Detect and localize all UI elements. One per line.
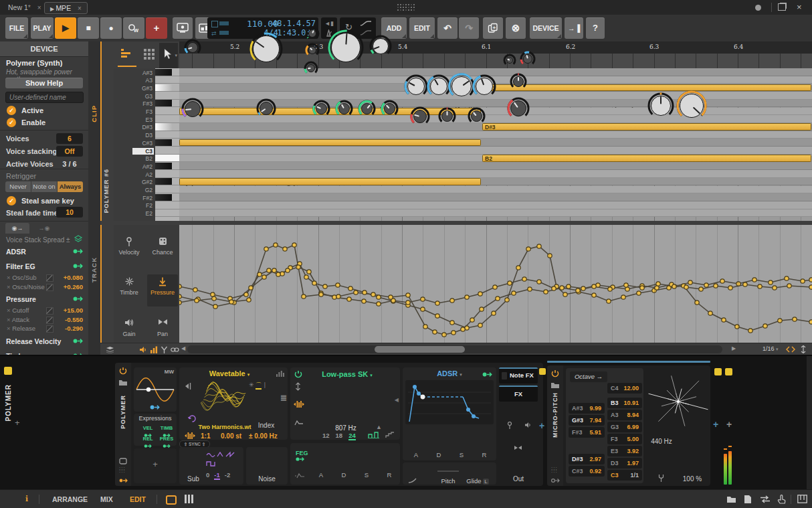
pitch-cell-F#3[interactable]: F#35.91 xyxy=(569,427,605,438)
piano-key-C3[interactable] xyxy=(155,147,179,155)
amp-env-graph[interactable] xyxy=(405,380,494,424)
pitch-cell-C3[interactable]: C31/1 xyxy=(607,470,642,481)
osc-unison-knob[interactable] xyxy=(184,39,201,56)
pressure-point[interactable] xyxy=(496,297,500,301)
pressure-point[interactable] xyxy=(179,284,181,288)
feg-s-knob[interactable] xyxy=(358,100,376,118)
mod-target-row[interactable]: × Oscs/Noise+0.260 xyxy=(0,282,88,292)
help-button[interactable]: ? xyxy=(586,17,605,39)
pressure-point[interactable] xyxy=(362,299,366,303)
zoom-vertical-icon[interactable] xyxy=(800,345,807,353)
pressure-point[interactable] xyxy=(809,285,812,289)
pressure-point[interactable] xyxy=(736,282,740,286)
pressure-point[interactable] xyxy=(179,294,181,299)
pressure-point[interactable] xyxy=(563,292,567,297)
osc-index-knob[interactable] xyxy=(249,32,283,66)
pitch-cell-G#3[interactable]: G#37.94 xyxy=(569,415,605,426)
piano-key-G#2[interactable] xyxy=(155,178,179,186)
edit-menu-button[interactable]: EDIT xyxy=(409,17,435,39)
glide-knob[interactable] xyxy=(468,107,486,125)
duplicate-button[interactable]: + xyxy=(483,17,503,39)
pressure-point[interactable] xyxy=(688,280,692,284)
capture-midi-button[interactable]: →▐ xyxy=(565,17,583,39)
filter-keytrack-knob[interactable] xyxy=(305,43,320,58)
keytrack-icon[interactable] xyxy=(185,382,193,390)
pressure-point[interactable] xyxy=(493,285,497,289)
filter-updown-icon[interactable] xyxy=(295,382,301,391)
piano-key-E2[interactable] xyxy=(155,209,179,218)
pressure-point[interactable] xyxy=(581,286,585,290)
punch-in-icon[interactable]: ◄▮ xyxy=(324,20,334,27)
automation-write-button[interactable]: w xyxy=(123,17,144,39)
pitch-glide-panel[interactable]: Pitch Glide L xyxy=(403,462,496,485)
mw-mod-icon[interactable] xyxy=(150,404,160,410)
fx-pan-knob[interactable] xyxy=(510,73,527,90)
fold-notes-icon[interactable] xyxy=(161,346,168,353)
amp-mod-icon[interactable] xyxy=(482,371,492,377)
pressure-point[interactable] xyxy=(607,299,611,303)
osc-fine-hz[interactable]: ± 0.00 Hz xyxy=(249,432,278,440)
pitch-cell-F3[interactable]: F35.00 xyxy=(607,434,642,444)
expression-tab-timbre[interactable]: Timbre xyxy=(114,274,144,307)
wt-mode-icons[interactable]: ✳ ⌒ ∣ xyxy=(249,381,266,390)
feg-a-knob[interactable] xyxy=(312,100,330,118)
layers-icon[interactable] xyxy=(106,346,114,353)
sub-octave--1[interactable]: -1 xyxy=(214,471,219,480)
redo-button[interactable]: ↷ xyxy=(459,17,479,39)
pressure-point[interactable] xyxy=(735,325,739,329)
session-indicator-icon[interactable] xyxy=(755,5,761,11)
pressure-point[interactable] xyxy=(435,301,439,305)
pressure-point[interactable] xyxy=(809,278,812,282)
pressure-point[interactable] xyxy=(267,268,271,272)
filter-drive-knob[interactable] xyxy=(305,26,320,41)
slope-steep-icon[interactable] xyxy=(368,432,381,438)
pressure-point[interactable] xyxy=(560,286,564,290)
pressure-point[interactable] xyxy=(537,280,541,284)
view-mix[interactable]: MIX xyxy=(100,495,113,503)
sub-wave-icons[interactable] xyxy=(206,451,241,469)
piano-key-D#3[interactable] xyxy=(155,123,179,131)
mod-wheel-panel[interactable]: MW xyxy=(134,367,177,412)
pressure-point[interactable] xyxy=(656,282,660,286)
h-scrollbar[interactable] xyxy=(187,345,722,353)
filter-power-icon[interactable] xyxy=(294,370,302,378)
expressions-panel[interactable]: Expressions VELTIMBRELPRES xyxy=(134,414,177,446)
pressure-point[interactable] xyxy=(433,330,437,334)
info-icon[interactable]: i xyxy=(25,495,28,503)
audition-speaker-icon[interactable] xyxy=(139,346,147,353)
filter-char-icon[interactable]: ▲ xyxy=(376,424,382,430)
track-color-swatch[interactable] xyxy=(4,367,12,375)
undo-button[interactable]: ↶ xyxy=(437,17,458,39)
sub-osc-panel[interactable]: Sub 0-1-2 xyxy=(179,447,243,485)
pressure-point[interactable] xyxy=(704,283,708,287)
expression-lane[interactable] xyxy=(179,225,812,343)
close-icon[interactable]: × xyxy=(78,5,82,12)
add-device-button[interactable]: + xyxy=(713,419,718,430)
device-name-input[interactable]: User-defined name xyxy=(5,92,84,103)
notes-view-tab[interactable] xyxy=(118,46,136,64)
mod-source-pressure[interactable]: Pressure xyxy=(0,292,88,306)
pressure-point[interactable] xyxy=(728,286,732,290)
polymer-device-strip[interactable]: POLYMER :::::: xyxy=(115,363,131,486)
pressure-point[interactable] xyxy=(307,270,311,274)
amp-d-knob[interactable] xyxy=(427,74,451,98)
piano-key-A3[interactable] xyxy=(155,76,179,84)
mod-target-row[interactable]: × Attack-0.550 xyxy=(0,315,88,325)
stop-button[interactable]: ■ xyxy=(78,17,99,39)
amp-s-knob[interactable] xyxy=(448,73,475,100)
audio-view-tab[interactable] xyxy=(140,46,159,64)
pressure-point[interactable] xyxy=(516,266,520,270)
expression-tab-chance[interactable]: Chance xyxy=(147,234,178,266)
micropitch-device-name[interactable]: MICRO-PITCH xyxy=(552,392,559,438)
pressure-point[interactable] xyxy=(348,286,352,290)
mix-knob[interactable] xyxy=(676,90,707,121)
pressure-point[interactable] xyxy=(450,321,454,325)
piano-key-F2[interactable] xyxy=(155,201,179,209)
pitch-cell-D#3[interactable]: D#32.97 xyxy=(569,454,605,464)
pressure-point[interactable] xyxy=(748,329,752,333)
fx-selector[interactable]: FX xyxy=(499,386,538,402)
mod-target-row[interactable]: × Release-0.290 xyxy=(0,324,88,333)
pressure-point[interactable] xyxy=(785,276,789,280)
filter-env-icon[interactable] xyxy=(294,420,304,426)
pressure-point[interactable] xyxy=(451,331,455,335)
